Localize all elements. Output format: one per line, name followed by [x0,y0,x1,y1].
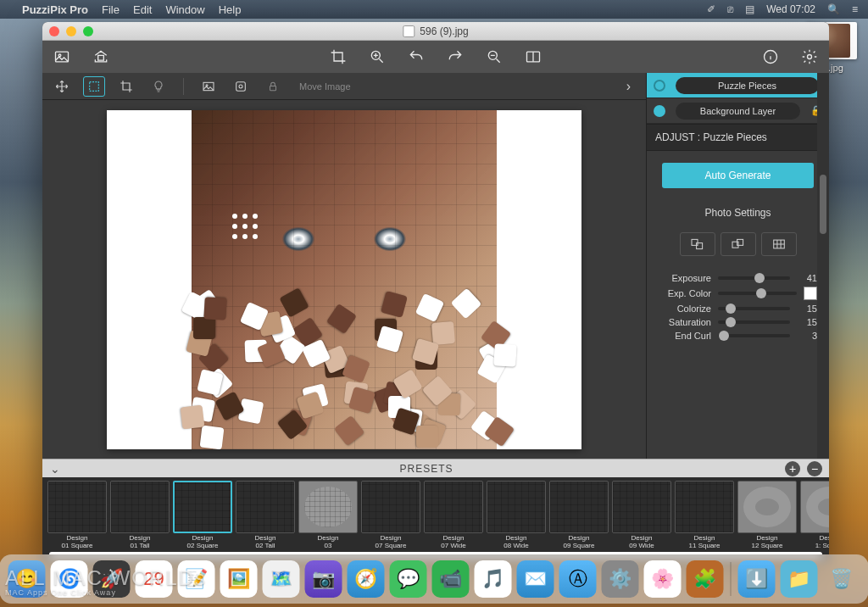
slider-track[interactable] [718,292,797,295]
layer-name[interactable]: Background Layer [676,103,800,120]
presets-bar: ⌄ PRESETS + − [42,459,829,477]
slider-thumb[interactable] [726,317,736,327]
image-tool-icon[interactable] [198,76,220,97]
preset-thumb [675,481,734,533]
slider-track[interactable] [718,307,790,310]
layer-name[interactable]: Puzzle Pieces [676,77,819,94]
layer-row-puzzle[interactable]: Puzzle Pieces [647,73,829,98]
layout-option-grid[interactable] [761,232,797,256]
slider-track[interactable] [718,320,790,324]
canvas-area[interactable] [42,100,646,459]
slider-thumb[interactable] [754,273,765,283]
menubar-flag-icon[interactable]: ▤ [745,3,754,15]
lock-tool-icon[interactable] [262,76,284,97]
dock-app-photobooth[interactable]: 📷 [305,560,342,598]
dock-folder[interactable]: 📁 [781,560,818,598]
auto-generate-button[interactable]: Auto Generate [662,163,814,188]
canvas[interactable] [107,110,581,449]
crop-icon[interactable] [329,47,348,66]
layer-visibility-icon[interactable] [654,105,665,117]
presets-scroll[interactable]: Design01 SquareDesign01 TallDesign02 Squ… [42,477,829,550]
preset-thumb [173,481,232,533]
menu-file[interactable]: File [102,3,120,16]
window-close-button[interactable] [49,26,59,36]
window-titlebar[interactable]: 596 (9).jpg [42,22,829,41]
zoom-in-icon[interactable] [368,47,387,66]
dock-app-current[interactable]: 🧩 [687,560,724,598]
presets-add-icon[interactable]: + [785,461,800,476]
target-tool-icon[interactable] [230,76,252,97]
dock-app-settings[interactable]: ⚙️ [602,560,639,598]
dock-app-appstore[interactable]: Ⓐ [559,560,597,598]
presets-title: PRESETS [68,463,785,475]
preset-item[interactable]: Design02 Tall [236,481,295,550]
select-tool-icon[interactable] [83,76,105,97]
move-tool-icon[interactable] [51,76,73,97]
panel-scrollbar[interactable] [817,73,829,459]
spotlight-icon[interactable]: 🔍 [827,3,840,15]
slider-thumb[interactable] [756,288,766,298]
dock-trash[interactable]: 🗑️ [823,560,860,598]
bulb-tool-icon[interactable] [147,76,170,97]
photo-settings-title: Photo Settings [655,207,821,219]
window-minimize-button[interactable] [66,26,76,36]
preset-item[interactable]: Design09 Square [549,481,609,550]
preset-item[interactable]: Design01 Tall [110,481,170,550]
scrollbar-thumb[interactable] [820,175,826,234]
color-swatch[interactable] [804,287,817,300]
presets-collapse-icon[interactable]: ⌄ [42,462,68,476]
layer-visibility-icon[interactable] [654,80,665,92]
layer-row-background[interactable]: Background Layer 🔒 [647,98,829,124]
undo-icon[interactable] [407,47,426,66]
save-icon[interactable] [92,47,110,66]
info-icon[interactable] [761,47,780,66]
menubar-list-icon[interactable]: ≡ [852,3,858,15]
slider-track[interactable] [718,334,790,337]
crop-tool-icon[interactable] [115,76,137,97]
preset-item[interactable]: Design08 Wide [487,481,546,550]
dock-app-facetime[interactable]: 📹 [432,560,470,598]
dock-app-mail[interactable]: ✉️ [517,560,554,598]
window-zoom-button[interactable] [83,26,93,36]
preset-item[interactable]: Design09 Wide [612,481,671,550]
menu-edit[interactable]: Edit [133,3,152,16]
preset-label: Design07 Wide [441,535,465,550]
preset-item[interactable]: Design07 Square [361,481,420,550]
selection-handles[interactable] [232,214,258,239]
compare-icon[interactable] [524,47,542,66]
preset-item[interactable]: Design12 Square [737,481,797,550]
dock-app-maps[interactable]: 🗺️ [263,560,300,598]
menu-help[interactable]: Help [219,3,242,16]
menubar-pen-icon[interactable]: ✐ [707,3,715,15]
dock-app-itunes[interactable]: 🎵 [475,560,512,598]
dock-app-safari[interactable]: 🧭 [348,560,385,598]
presets-remove-icon[interactable]: − [807,461,822,476]
slider-thumb[interactable] [719,331,729,341]
collapse-panel-icon[interactable]: › [626,79,637,94]
menubar-app-name[interactable]: PuzziPix Pro [22,3,88,16]
preset-label: Design11 Square [689,535,721,550]
open-image-icon[interactable] [53,47,71,66]
preset-item[interactable]: Design01 Square [47,481,107,550]
slider-track[interactable] [718,276,790,280]
preset-item[interactable]: Design07 Wide [424,481,483,550]
slider-thumb[interactable] [726,304,736,314]
menu-window[interactable]: Window [165,3,204,16]
dock-app-messages[interactable]: 💬 [390,560,427,598]
preset-item[interactable]: Design02 Square [173,481,232,550]
settings-icon[interactable] [800,47,819,66]
zoom-out-icon[interactable] [485,47,504,66]
dock-app-downloads[interactable]: ⬇️ [738,560,776,598]
slider-row-end-curl: End Curl 3 [655,329,821,342]
menubar-clock[interactable]: Wed 07:02 [766,3,815,15]
dock-app-photos[interactable]: 🌸 [644,560,682,598]
menubar-airplay-icon[interactable]: ⎚ [727,3,733,15]
layout-option-1[interactable] [680,232,715,256]
preset-item[interactable]: Design11 Square [675,481,734,550]
dock-app-preview[interactable]: 🖼️ [220,560,258,598]
layout-option-2[interactable] [721,232,756,256]
redo-icon[interactable] [446,47,465,66]
app-window: 596 (9).jpg [42,22,829,560]
preset-item[interactable]: Design1: Square [800,481,829,550]
preset-item[interactable]: Design03 [298,481,358,550]
